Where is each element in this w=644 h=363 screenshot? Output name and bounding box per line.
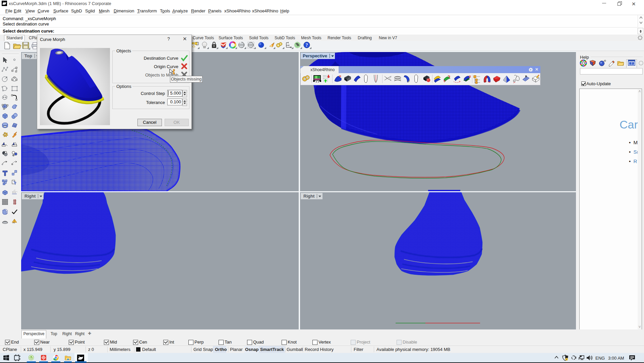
svg-text:0011: 0011 xyxy=(323,75,328,77)
svg-text:?: ? xyxy=(631,62,633,65)
svg-text:!: ! xyxy=(566,358,567,361)
